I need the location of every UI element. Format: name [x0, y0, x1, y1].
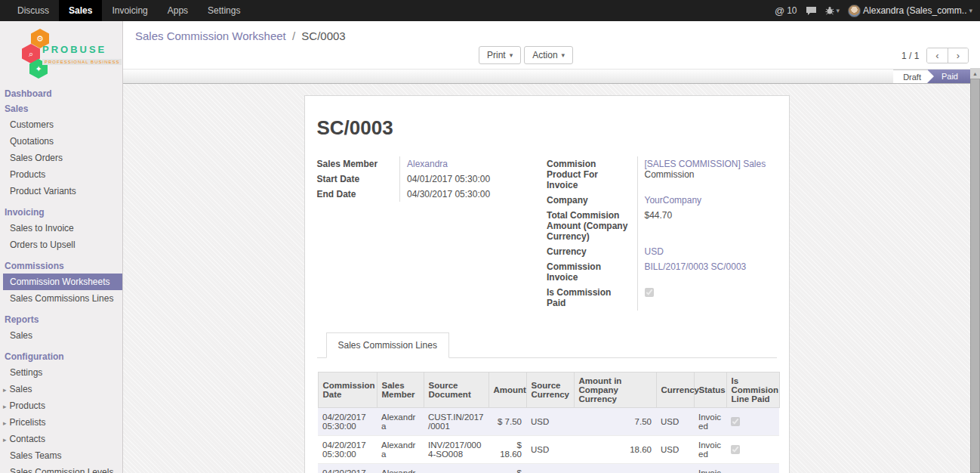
cell-currency: USD	[656, 408, 694, 436]
sidebar-heading-commissions[interactable]: Commissions	[0, 258, 122, 274]
field-label-total-commission: Total Commision Amount (Company Currency…	[547, 208, 637, 244]
field-value-start-date: 04/01/2017 05:30:00	[400, 172, 547, 187]
debug-bug-icon	[825, 6, 834, 15]
commission-lines-table: Commission Date Sales Member Source Docu…	[318, 372, 780, 473]
scrollbar-thumb[interactable]	[970, 79, 980, 473]
debug-menu[interactable]: ▾	[825, 6, 840, 15]
breadcrumb-separator: /	[292, 29, 295, 42]
expand-caret-icon: ▸	[3, 403, 7, 410]
activity-counter[interactable]: @ 10	[775, 5, 797, 17]
user-menu[interactable]: Alexandra (Sales_comm.. ▾	[848, 5, 972, 17]
sidebar-item-config-contacts[interactable]: ▸Contacts	[0, 431, 122, 447]
col-header-source-currency: Source Currency	[526, 373, 574, 408]
sidebar-item-product-variants[interactable]: Product Variants	[0, 183, 122, 199]
sidebar-heading-reports[interactable]: Reports	[0, 312, 122, 327]
cell-amount: $ 18.60	[488, 464, 526, 473]
caret-down-icon: ▾	[562, 51, 566, 59]
sidebar-item-settings[interactable]: Settings	[0, 364, 122, 381]
cell-amount: $ 7.50	[488, 408, 526, 436]
cell-source-currency: USD	[526, 464, 574, 473]
field-value-sales-member[interactable]: Alexandra	[407, 159, 448, 169]
form-view-area: SC/0003 Sales Member Alexandra Start Dat…	[123, 84, 980, 473]
sidebar-heading-configuration[interactable]: Configuration	[0, 349, 122, 364]
breadcrumb-parent-link[interactable]: Sales Commission Worksheet	[135, 29, 286, 42]
field-value-commission-invoice[interactable]: BILL/2017/0003 SC/0003	[645, 261, 747, 272]
action-button[interactable]: Action ▾	[524, 46, 573, 64]
sidebar-item-products[interactable]: Products	[0, 166, 122, 183]
menu-settings[interactable]: Settings	[198, 0, 250, 21]
expand-caret-icon: ▸	[3, 386, 7, 394]
sidebar-item-quotations[interactable]: Quotations	[0, 133, 122, 150]
menu-apps[interactable]: Apps	[158, 0, 198, 21]
field-value-commission-product-link[interactable]: [SALES COMMISSION] Sales	[645, 159, 766, 169]
main-panel: Sales Commission Worksheet / SC/0003 Pri…	[123, 21, 980, 473]
record-pager: 1 / 1 ‹ ›	[901, 48, 969, 63]
line-paid-checkbox	[731, 417, 740, 426]
cell-company-amount: 18.60	[574, 436, 656, 464]
cell-status: Invoiced	[694, 436, 726, 464]
pager-next-button[interactable]: ›	[948, 48, 968, 63]
status-step-draft[interactable]: Draft	[893, 70, 934, 83]
breadcrumb: Sales Commission Worksheet / SC/0003	[123, 21, 980, 44]
field-value-end-date: 04/30/2017 05:30:00	[400, 187, 547, 202]
field-value-company[interactable]: YourCompany	[645, 195, 702, 206]
field-label-is-commission-paid: Is Commission Paid	[547, 285, 637, 311]
activity-at-icon: @	[775, 5, 784, 17]
line-paid-checkbox	[731, 445, 740, 454]
sidebar-item-config-pricelists[interactable]: ▸Pricelists	[0, 414, 122, 431]
cell-member: Alexandra	[377, 436, 424, 464]
caret-down-icon: ▾	[510, 51, 513, 59]
field-group-right: Commision Product For Invoice [SALES COM…	[547, 156, 777, 311]
menu-invoicing[interactable]: Invoicing	[102, 0, 157, 21]
sidebar-item-sales-commission-levels[interactable]: Sales Commission Levels	[0, 464, 122, 473]
scrollbar-up-arrow[interactable]: ▲	[970, 68, 980, 79]
sidebar-item-customers[interactable]: Customers	[0, 116, 122, 133]
cell-currency: USD	[656, 436, 694, 464]
field-label-commission-product: Commision Product For Invoice	[547, 156, 637, 193]
cell-company-amount: 18.60	[574, 464, 656, 473]
table-row[interactable]: 04/20/2017 10:35:53 Alexandra SO008 $ 18…	[318, 464, 779, 473]
menu-sales[interactable]: Sales	[59, 0, 102, 21]
field-value-currency[interactable]: USD	[645, 246, 664, 257]
user-avatar	[848, 5, 861, 17]
cell-source-currency: USD	[526, 408, 574, 436]
sidebar-item-config-products[interactable]: ▸Products	[0, 397, 122, 414]
left-sidebar: ⚙ ⌕ ✦ PROBUSE PROFESSIONAL BUSINESS Dash…	[0, 21, 123, 473]
caret-down-icon: ▾	[837, 7, 840, 14]
sidebar-item-reports-sales[interactable]: Sales	[0, 327, 122, 344]
table-row[interactable]: 04/20/2017 05:30:00 Alexandra INV/2017/0…	[318, 436, 779, 464]
sidebar-item-commission-worksheets[interactable]: Commission Worksheets	[3, 274, 122, 290]
sidebar-item-config-sales[interactable]: ▸Sales	[0, 381, 122, 397]
tab-sales-commission-lines[interactable]: Sales Commission Lines	[326, 332, 449, 358]
field-value-total-commission: $44.70	[637, 208, 777, 244]
sidebar-heading-sales[interactable]: Sales	[0, 101, 122, 116]
sidebar-item-label: Products	[10, 400, 45, 411]
field-label-company: Company	[547, 193, 637, 208]
cell-status: Invoiced	[694, 408, 726, 436]
print-button[interactable]: Print ▾	[479, 46, 521, 64]
field-label-start-date: Start Date	[317, 172, 400, 187]
col-header-is-commission-line-paid: Is Commision Line Paid	[726, 373, 779, 408]
sidebar-heading-dashboard[interactable]: Dashboard	[0, 86, 122, 101]
cell-member: Alexandra	[377, 464, 424, 473]
field-label-end-date: End Date	[317, 187, 400, 202]
sidebar-heading-invoicing[interactable]: Invoicing	[0, 205, 122, 220]
cell-source: CUST.IN/2017/0001	[424, 408, 488, 436]
sidebar-item-sales-to-invoice[interactable]: Sales to Invoice	[0, 220, 122, 236]
sidebar-item-sales-teams[interactable]: Sales Teams	[0, 447, 122, 464]
vertical-scrollbar: ▲	[970, 68, 980, 473]
sidebar-item-orders-to-upsell[interactable]: Orders to Upsell	[0, 236, 122, 253]
cell-source: SO008	[424, 464, 488, 473]
pager-previous-button[interactable]: ‹	[927, 48, 947, 63]
col-header-commission-date: Commission Date	[318, 373, 377, 408]
menu-discuss[interactable]: Discuss	[8, 0, 59, 21]
brand-tagline: PROFESSIONAL BUSINESS	[42, 59, 122, 65]
messages-icon[interactable]	[806, 6, 817, 16]
col-header-status: Status	[694, 373, 726, 408]
sidebar-item-sales-commissions-lines[interactable]: Sales Commissions Lines	[0, 290, 122, 307]
form-sheet: SC/0003 Sales Member Alexandra Start Dat…	[304, 95, 790, 473]
is-commission-paid-checkbox	[645, 288, 654, 297]
sidebar-item-sales-orders[interactable]: Sales Orders	[0, 150, 122, 166]
table-row[interactable]: 04/20/2017 05:30:00 Alexandra CUST.IN/20…	[318, 408, 779, 436]
activity-count: 10	[787, 5, 797, 16]
